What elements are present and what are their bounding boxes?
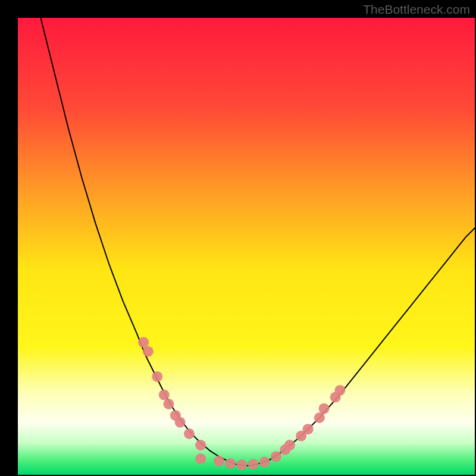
marker-point bbox=[259, 457, 270, 468]
marker-point bbox=[214, 456, 224, 466]
bottleneck-chart bbox=[18, 18, 475, 475]
marker-point bbox=[334, 385, 345, 396]
marker-point bbox=[319, 403, 330, 414]
marker-point bbox=[184, 428, 195, 439]
marker-point bbox=[314, 412, 325, 423]
marker-point bbox=[163, 399, 174, 409]
marker-point bbox=[195, 453, 206, 464]
marker-point bbox=[159, 390, 170, 400]
chart-container: TheBottleneck.com bbox=[0, 0, 476, 476]
marker-point bbox=[152, 371, 162, 382]
plot-area bbox=[18, 18, 475, 475]
marker-point bbox=[271, 451, 281, 462]
marker-point bbox=[303, 424, 314, 434]
watermark-text: TheBottleneck.com bbox=[363, 2, 470, 17]
marker-point bbox=[195, 440, 206, 450]
marker-point bbox=[236, 459, 247, 470]
marker-point bbox=[138, 337, 149, 347]
chart-background bbox=[18, 18, 475, 475]
marker-point bbox=[175, 417, 186, 428]
marker-point bbox=[284, 440, 295, 450]
marker-point bbox=[225, 458, 236, 469]
marker-point bbox=[248, 459, 259, 469]
marker-point bbox=[143, 346, 154, 357]
